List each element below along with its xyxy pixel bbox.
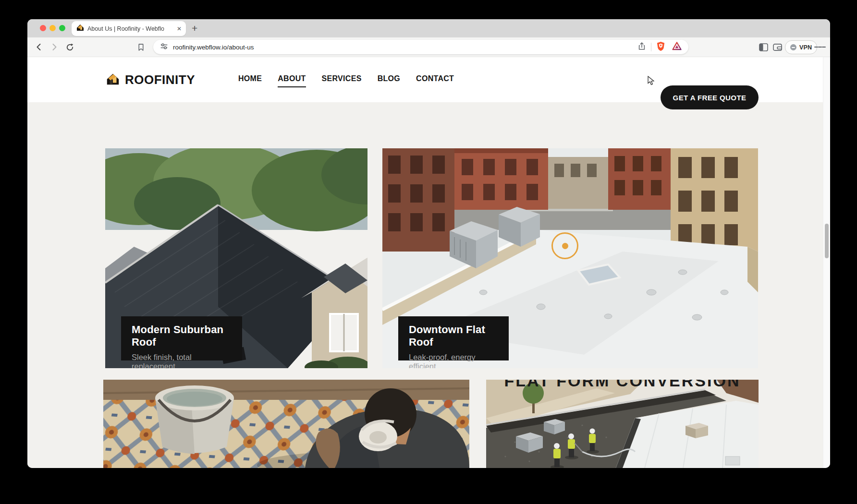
brave-shield-icon[interactable] xyxy=(656,41,665,53)
caption-title: Modern Suburban Roof xyxy=(132,324,232,348)
brand-logo[interactable]: ROOFINITY xyxy=(105,71,195,88)
scrollbar-thumb[interactable] xyxy=(825,224,829,258)
browser-tab[interactable]: About Us | Roofinity - Webflo ✕ xyxy=(72,21,186,36)
project-image-flat-roof[interactable]: Downtown Flat Roof Leak-proof, energy ef… xyxy=(382,148,758,368)
nav-item-home[interactable]: HOME xyxy=(238,74,262,87)
site-settings-icon[interactable] xyxy=(160,42,168,52)
mouse-cursor xyxy=(648,76,656,87)
reload-icon[interactable] xyxy=(64,41,75,53)
vpn-badge[interactable]: VPN xyxy=(785,40,817,54)
vpn-label: VPN xyxy=(799,44,812,51)
back-icon[interactable] xyxy=(33,41,45,53)
close-traffic-light[interactable] xyxy=(40,25,46,31)
main-nav: HOME ABOUT SERVICES BLOG CONTACT xyxy=(238,74,454,87)
get-quote-button[interactable]: GET A FREE QUOTE xyxy=(661,85,759,109)
tab-title: About Us | Roofinity - Webflo xyxy=(87,25,175,32)
fullscreen-traffic-light[interactable] xyxy=(59,25,65,31)
omnibox-divider xyxy=(651,43,651,51)
page-viewport: ROOFINITY HOME ABOUT SERVICES BLOG CONTA… xyxy=(27,57,823,468)
nav-item-blog[interactable]: BLOG xyxy=(378,74,400,87)
scrollbar-track[interactable] xyxy=(823,57,830,468)
share-icon[interactable] xyxy=(637,42,646,52)
vpn-status-icon xyxy=(790,44,796,50)
image-caption: Downtown Flat Roof Leak-proof, energy ef… xyxy=(398,316,509,360)
bookmark-icon[interactable] xyxy=(135,41,147,53)
nav-item-contact[interactable]: CONTACT xyxy=(416,74,454,87)
caption-subtitle: Leak-proof, energy efficient xyxy=(409,353,498,368)
roofinity-logo-icon xyxy=(105,71,121,88)
address-bar[interactable]: roofinity.webflow.io/about-us xyxy=(153,40,688,54)
sidebar-icon[interactable] xyxy=(758,41,769,53)
brave-rewards-icon[interactable] xyxy=(672,42,682,52)
forward-icon[interactable] xyxy=(49,41,60,53)
wallet-icon[interactable] xyxy=(771,41,783,53)
tab-close-icon[interactable]: ✕ xyxy=(177,25,182,32)
nav-item-services[interactable]: SERVICES xyxy=(322,74,362,87)
cropped-photo-text: FLAT FORM CONVERSION xyxy=(486,380,759,387)
new-tab-icon[interactable]: + xyxy=(192,21,197,36)
hotspot-marker[interactable] xyxy=(551,232,578,259)
url-text: roofinity.webflow.io/about-us xyxy=(173,44,637,51)
menu-icon[interactable] xyxy=(814,41,826,53)
project-image-roof-conversion[interactable]: FLAT FORM CONVERSION xyxy=(486,380,759,468)
brand-name: ROOFINITY xyxy=(125,72,195,87)
caption-title: Downtown Flat Roof xyxy=(409,324,498,348)
minimize-traffic-light[interactable] xyxy=(49,25,56,31)
site-header: ROOFINITY HOME ABOUT SERVICES BLOG CONTA… xyxy=(27,57,823,102)
image-caption: Modern Suburban Roof Sleek finish, total… xyxy=(121,316,242,360)
nav-item-about[interactable]: ABOUT xyxy=(278,74,306,87)
project-image-suburban-roof[interactable]: Modern Suburban Roof Sleek finish, total… xyxy=(105,148,367,368)
project-image-tile-work[interactable] xyxy=(103,380,469,468)
browser-window: About Us | Roofinity - Webflo ✕ + xyxy=(27,19,830,468)
tab-strip: About Us | Roofinity - Webflo ✕ + xyxy=(27,19,830,37)
site-favicon xyxy=(76,24,84,34)
caption-subtitle: Sleek finish, total replacement xyxy=(132,353,232,368)
browser-toolbar: roofinity.webflow.io/about-us xyxy=(27,37,830,57)
